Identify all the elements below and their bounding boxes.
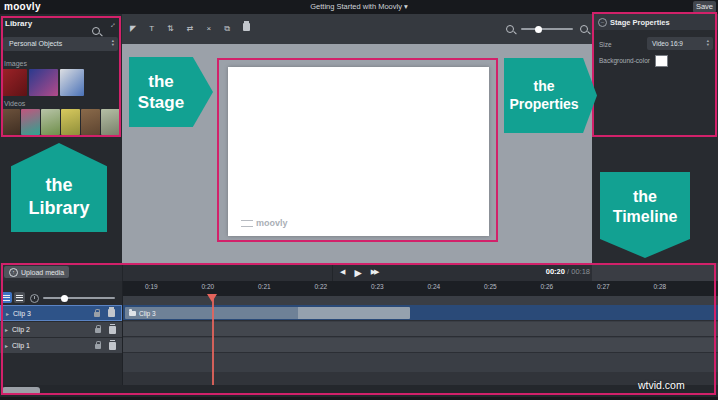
- image-thumbnails: [2, 69, 84, 96]
- ruler-label: 0:28: [654, 283, 667, 290]
- upload-media-button[interactable]: ↑ Upload media: [4, 266, 69, 278]
- watermark-lines: [241, 220, 253, 227]
- timeline-scrollbar-thumb[interactable]: [2, 387, 40, 395]
- images-section-label: Images: [4, 60, 27, 67]
- arrange-horizontal-tool-icon[interactable]: ⇄: [187, 21, 194, 37]
- size-select[interactable]: Video 16:9: [647, 37, 713, 50]
- upload-icon: ↑: [9, 268, 18, 277]
- ruler-label: 0:27: [597, 283, 610, 290]
- background-color-swatch[interactable]: [655, 55, 668, 67]
- properties-panel: Stage Properties Size Video 16:9 Backgro…: [592, 14, 718, 263]
- folder-icon: [129, 311, 136, 316]
- stage-watermark: moovly: [241, 218, 288, 228]
- library-image-thumb-boy-portrait[interactable]: [60, 69, 84, 96]
- size-label: Size: [599, 41, 612, 48]
- transport-right-section: [592, 263, 718, 281]
- library-panel: [0, 14, 122, 263]
- ruler-label: 0:21: [258, 283, 271, 290]
- cut-tool-icon[interactable]: ×: [206, 21, 211, 37]
- select-tool-icon[interactable]: ◤: [130, 21, 136, 37]
- collapse-icon[interactable]: [598, 18, 607, 27]
- size-value: Video 16:9: [652, 40, 683, 47]
- clip-bar-extension[interactable]: [298, 307, 410, 319]
- current-time: 00:20: [546, 267, 565, 276]
- playhead-line[interactable]: [212, 296, 214, 385]
- library-category-value: Personal Objects: [9, 40, 62, 47]
- list-view-toggle-active[interactable]: [1, 292, 12, 303]
- stage-canvas[interactable]: moovly: [228, 67, 489, 236]
- clock-icon: [30, 294, 39, 303]
- moovly-editor-window: moovly Getting Started with Moovly ▾ Sav…: [0, 0, 718, 400]
- rewind-button[interactable]: ◀: [340, 268, 345, 276]
- track-label: Clip 3: [13, 310, 94, 317]
- track-label: Clip 2: [12, 326, 95, 333]
- video-thumbnails: [1, 109, 120, 135]
- playhead-handle[interactable]: [207, 294, 217, 302]
- ruler-label: 0:24: [428, 283, 441, 290]
- copy-tool-icon[interactable]: ⧉: [224, 21, 230, 37]
- library-video-thumb-barn[interactable]: [81, 109, 100, 135]
- zoom-slider-handle[interactable]: [535, 26, 542, 33]
- library-image-thumb-blue-pink-graphic[interactable]: [29, 69, 58, 96]
- timeline-scrollbar[interactable]: [0, 385, 718, 397]
- videos-section-label: Videos: [4, 100, 25, 107]
- timeline-zoom-slider[interactable]: [43, 297, 115, 299]
- track-label: Clip 1: [12, 342, 95, 349]
- fast-forward-button[interactable]: ▶▶: [371, 268, 378, 276]
- trash-icon[interactable]: [108, 309, 115, 317]
- select-updown-icon: [112, 38, 114, 47]
- zoom-slider[interactable]: [521, 28, 573, 30]
- divider: [122, 263, 123, 281]
- trash-icon[interactable]: [109, 342, 116, 350]
- ruler-label: 0:25: [484, 283, 497, 290]
- expand-track-icon[interactable]: ▸: [5, 326, 8, 333]
- time-display: 00:20 / 00:18: [480, 267, 590, 276]
- ruler-label: 0:23: [371, 283, 384, 290]
- divider: [332, 263, 333, 281]
- track-row-clip-3[interactable]: ▸Clip 3Clip 3: [0, 305, 718, 321]
- track-header-cell[interactable]: ▸Clip 1: [0, 338, 122, 353]
- library-title: Library: [5, 19, 32, 28]
- lock-icon[interactable]: [94, 312, 100, 317]
- trash-icon[interactable]: [109, 326, 116, 334]
- expand-track-icon[interactable]: ▸: [6, 310, 9, 317]
- ruler-label: 0:19: [145, 283, 158, 290]
- library-image-thumb-red-graphic[interactable]: [2, 69, 27, 96]
- library-video-thumb-autumn-trees[interactable]: [61, 109, 80, 135]
- track-row-clip-2[interactable]: ▸Clip 2: [0, 322, 718, 337]
- track-header-cell[interactable]: ▸Clip 2: [0, 322, 122, 337]
- zoom-in-icon[interactable]: [580, 25, 588, 33]
- chevron-down-icon: ▾: [404, 2, 408, 11]
- text-tool-icon[interactable]: T: [149, 21, 154, 37]
- library-video-thumb-person-pink-teal[interactable]: [21, 109, 40, 135]
- divider: [122, 281, 123, 385]
- expand-track-icon[interactable]: ▸: [5, 342, 8, 349]
- site-watermark: wtvid.com: [638, 379, 685, 391]
- play-button[interactable]: ▶: [354, 267, 361, 278]
- library-video-thumb-horse-path[interactable]: [1, 109, 20, 135]
- search-icon[interactable]: [92, 27, 100, 35]
- background-color-label: Background-color: [599, 57, 650, 64]
- track-header-cell[interactable]: ▸Clip 3: [0, 305, 122, 321]
- save-button[interactable]: Save: [693, 1, 716, 13]
- grid-view-toggle[interactable]: [14, 292, 25, 303]
- library-video-thumb-country-road[interactable]: [101, 109, 120, 135]
- zoom-out-icon[interactable]: [506, 25, 514, 33]
- library-video-thumb-green-field[interactable]: [41, 109, 60, 135]
- lock-icon[interactable]: [95, 344, 101, 349]
- library-category-select[interactable]: Personal Objects: [3, 37, 118, 51]
- track-row-clip-1[interactable]: ▸Clip 1: [0, 338, 718, 353]
- clip-label: Clip 3: [139, 310, 156, 317]
- delete-tool-icon[interactable]: [243, 21, 256, 37]
- ruler-label: 0:20: [202, 283, 215, 290]
- expand-panel-icon[interactable]: ↔: [108, 20, 116, 29]
- ruler-label: 0:22: [315, 283, 328, 290]
- properties-header[interactable]: Stage Properties: [592, 14, 718, 30]
- project-title: Getting Started with Moovly: [310, 2, 402, 11]
- project-title-dropdown[interactable]: Getting Started with Moovly ▾: [0, 2, 718, 11]
- total-time: 00:18: [571, 267, 590, 276]
- playback-controls: ◀ ▶ ▶▶: [340, 266, 377, 278]
- arrange-vertical-tool-icon[interactable]: ⇅: [167, 21, 174, 37]
- timeline-zoom-handle[interactable]: [61, 295, 68, 302]
- lock-icon[interactable]: [95, 328, 101, 333]
